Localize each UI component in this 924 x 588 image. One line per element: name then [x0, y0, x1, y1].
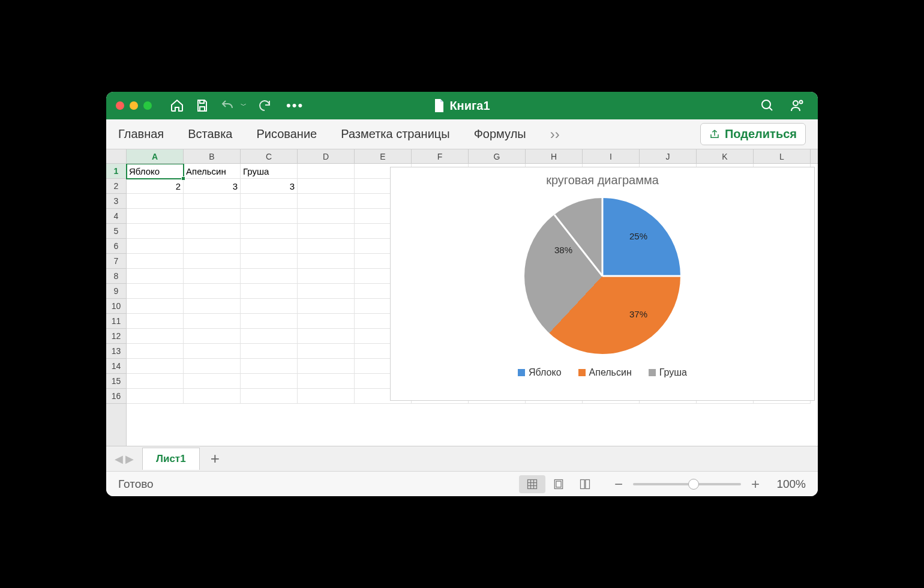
pie-label-3: 38% [554, 245, 572, 255]
row-header-9[interactable]: 9 [106, 284, 126, 299]
col-header-H[interactable]: H [526, 149, 583, 163]
tab-insert[interactable]: Вставка [188, 127, 232, 141]
redo-icon[interactable] [257, 98, 272, 113]
col-header-A[interactable]: A [127, 149, 184, 163]
row-header-13[interactable]: 13 [106, 344, 126, 359]
view-page-layout-button[interactable] [545, 475, 572, 493]
select-all-corner[interactable] [106, 149, 127, 163]
tab-draw[interactable]: Рисование [256, 127, 317, 141]
pie-chart[interactable]: круговая диаграмма 25% 37% 38% Ябло [390, 167, 815, 401]
row-header-14[interactable]: 14 [106, 359, 126, 374]
search-icon[interactable] [760, 98, 775, 113]
zoom-level[interactable]: 100% [770, 478, 806, 491]
pie-label-2: 37% [629, 309, 647, 319]
row-header-4[interactable]: 4 [106, 209, 126, 224]
col-header-D[interactable]: D [298, 149, 355, 163]
legend-swatch-2 [578, 369, 586, 376]
undo-dropdown-icon[interactable]: ﹀ [241, 101, 247, 110]
row-headers: 1 2 3 4 5 6 7 8 9 10 11 12 13 14 15 16 [106, 164, 127, 446]
col-header-C[interactable]: C [241, 149, 298, 163]
ribbon-overflow-icon[interactable]: ›› [550, 126, 560, 143]
col-header-B[interactable]: B [184, 149, 241, 163]
row-header-5[interactable]: 5 [106, 224, 126, 239]
legend-item-2[interactable]: Апельсин [578, 367, 632, 378]
svg-point-2 [800, 101, 803, 104]
maximize-window-button[interactable] [143, 101, 152, 110]
cell-A2[interactable]: 2 [127, 179, 184, 194]
col-header-E[interactable]: E [355, 149, 412, 163]
row-header-2[interactable]: 2 [106, 179, 126, 194]
chart-title: круговая диаграмма [546, 173, 659, 187]
pie-separators [524, 198, 680, 354]
row-header-12[interactable]: 12 [106, 329, 126, 344]
row-header-6[interactable]: 6 [106, 239, 126, 254]
close-window-button[interactable] [116, 101, 124, 110]
status-bar: Готово − + 100% [106, 471, 818, 496]
col-header-L[interactable]: L [754, 149, 811, 163]
tab-page-layout[interactable]: Разметка страницы [341, 127, 449, 141]
save-icon[interactable] [195, 98, 209, 113]
cell-D2[interactable] [298, 179, 355, 194]
row-header-16[interactable]: 16 [106, 389, 126, 404]
undo-icon[interactable] [220, 98, 235, 113]
col-header-G[interactable]: G [469, 149, 526, 163]
col-header-K[interactable]: K [697, 149, 754, 163]
sheet-bar: ◀ ▶ Лист1 + [106, 446, 818, 471]
titlebar: ﹀ ••• Книга1 [106, 92, 818, 119]
zoom-slider-thumb[interactable] [688, 479, 699, 490]
cell-D1[interactable] [298, 164, 355, 179]
fill-handle[interactable] [181, 176, 185, 181]
cell-A3[interactable] [127, 194, 184, 209]
column-headers: A B C D E F G H I J K L [106, 149, 818, 164]
col-header-I[interactable]: I [583, 149, 640, 163]
home-icon[interactable] [170, 98, 184, 113]
row-header-1[interactable]: 1 [106, 164, 126, 179]
svg-rect-6 [528, 479, 537, 488]
cell-C2[interactable]: 3 [241, 179, 298, 194]
spreadsheet-grid: A B C D E F G H I J K L 1 2 3 4 5 6 7 8 … [106, 149, 818, 446]
sheet-next-icon[interactable]: ▶ [125, 452, 134, 466]
cell-B2[interactable]: 3 [184, 179, 241, 194]
svg-rect-13 [581, 479, 585, 488]
tab-home[interactable]: Главная [118, 127, 164, 141]
view-normal-button[interactable] [519, 475, 545, 493]
row-header-7[interactable]: 7 [106, 254, 126, 269]
row-header-15[interactable]: 15 [106, 374, 126, 389]
zoom-in-button[interactable]: + [749, 476, 761, 493]
sheet-tab-active[interactable]: Лист1 [142, 448, 200, 470]
view-page-break-button[interactable] [572, 475, 598, 493]
col-header-F[interactable]: F [412, 149, 469, 163]
cells-area[interactable]: Яблоко Апельсин Груша [127, 164, 818, 446]
chart-legend: Яблоко Апельсин Груша [518, 367, 687, 378]
zoom-controls: − + [613, 476, 761, 493]
ribbon-tabs: Главная Вставка Рисование Разметка стран… [106, 119, 818, 149]
row-header-3[interactable]: 3 [106, 194, 126, 209]
cell-A1[interactable]: Яблоко [127, 164, 184, 179]
cell-B1[interactable]: Апельсин [184, 164, 241, 179]
share-icon [709, 129, 720, 140]
coauthor-icon[interactable] [790, 98, 805, 113]
minimize-window-button[interactable] [130, 101, 138, 110]
legend-item-3[interactable]: Груша [649, 367, 687, 378]
row-header-11[interactable]: 11 [106, 314, 126, 329]
cell-C1[interactable]: Груша [241, 164, 298, 179]
quick-access-toolbar: ﹀ ••• [170, 98, 304, 113]
add-sheet-button[interactable]: + [200, 449, 230, 468]
sheet-prev-icon[interactable]: ◀ [115, 452, 123, 466]
zoom-slider[interactable] [633, 483, 741, 485]
tab-formulas[interactable]: Формулы [474, 127, 526, 141]
row-header-8[interactable]: 8 [106, 269, 126, 284]
share-button[interactable]: Поделиться [700, 123, 806, 145]
svg-point-0 [762, 100, 770, 109]
more-icon[interactable]: ••• [286, 98, 304, 113]
svg-rect-14 [586, 479, 590, 488]
col-header-J[interactable]: J [640, 149, 697, 163]
status-text: Готово [118, 478, 154, 491]
share-button-label: Поделиться [725, 127, 797, 141]
document-icon [434, 99, 445, 112]
zoom-out-button[interactable]: − [613, 476, 625, 493]
legend-item-1[interactable]: Яблоко [518, 367, 562, 378]
pie-label-1: 25% [629, 231, 647, 241]
pie-body: 25% 37% 38% [524, 198, 680, 354]
row-header-10[interactable]: 10 [106, 299, 126, 314]
